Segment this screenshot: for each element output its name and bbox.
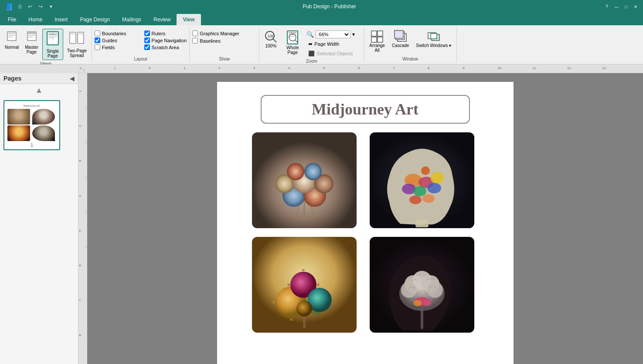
boundaries-checkbox-label[interactable]: Boundaries [95,30,137,36]
art-3-svg [252,237,357,333]
tab-page-design[interactable]: Page Design [74,14,116,25]
app-icon: 📘 [4,3,13,11]
images-grid [252,132,479,333]
page-width-button[interactable]: ⬌ Page Width [306,40,355,48]
zoom-select[interactable]: 66% 100% 75% 50% [316,30,350,38]
redo-btn[interactable]: ↪ [37,3,44,10]
fields-checkbox[interactable] [95,44,100,50]
art-2-svg [370,132,474,228]
cascade-icon [394,30,407,43]
art-image-2 [370,132,474,228]
guides-checkbox-label[interactable]: Guides [95,37,137,43]
window-group-label: Window [367,55,454,62]
single-page-icon [45,30,61,48]
normal-view-button[interactable]: Normal [3,29,21,51]
undo-btn[interactable]: ↩ [26,3,34,10]
baselines-checkbox[interactable] [192,38,198,44]
svg-text:2: 2 [78,125,82,127]
restore-button[interactable]: □ [623,3,629,10]
window-buttons: Arrange All Cascade Switch Windows ▾ [367,27,454,55]
whole-page-button[interactable]: Whole Page [283,29,302,56]
tab-view[interactable]: View [177,14,201,25]
graphics-manager-checkbox[interactable] [192,30,198,36]
page-navigation-checkbox-label[interactable]: Page Navigation [144,37,187,43]
svg-rect-5 [27,32,36,34]
whole-page-label: Whole Page [286,45,299,55]
tab-mailings[interactable]: Mailings [116,14,147,25]
thumb-title-text: Midjourney Art [7,104,56,107]
svg-rect-16 [78,34,83,34]
rulers-checkbox[interactable] [144,30,150,36]
two-page-button[interactable]: Two-Page Spread [65,29,89,59]
page-number: 1 [31,143,33,148]
normal-view-icon [6,30,18,44]
qa-dropdown[interactable]: ▾ [47,3,55,10]
save-btn[interactable]: ⎙ [16,3,24,10]
page-width-icon: ⬌ [308,41,313,47]
zoom-dropdown-arrow[interactable]: ▾ [352,31,355,37]
pages-panel-header: Pages ◀ [0,73,78,84]
svg-point-115 [401,282,417,298]
help-button[interactable]: ? [604,3,610,10]
pages-panel-collapse-button[interactable]: ◀ [70,75,75,82]
v-ruler-svg: 1 2 3 4 5 6 7 8 [78,73,87,364]
ribbon-tabs: File Home Insert Page Design Mailings Re… [0,13,643,25]
single-page-button[interactable]: Single Page [42,29,63,60]
svg-point-86 [431,172,444,184]
page-1-thumbnail[interactable]: Midjourney Art 1 [3,100,60,150]
zoom-100-label: 100% [265,44,277,48]
svg-text:2: 2 [218,66,221,70]
cascade-label: Cascade [392,43,409,48]
page-navigation-checkbox[interactable] [144,37,150,43]
scratch-area-checkbox-label[interactable]: Scratch Area [144,44,187,50]
svg-rect-35 [431,34,437,39]
window-group: Arrange All Cascade Switch Windows ▾ W [364,27,457,62]
tab-file[interactable]: File [2,14,22,25]
fields-checkbox-label[interactable]: Fields [95,44,137,50]
baselines-checkbox-label[interactable]: Baselines [192,38,239,44]
window-title: Pub Design - Publisher [55,3,604,10]
svg-text:5: 5 [323,66,325,70]
master-page-icon [26,30,38,44]
svg-text:1: 1 [184,66,186,70]
cascade-button[interactable]: Cascade [389,29,412,49]
close-button[interactable]: ✕ [633,3,639,10]
svg-rect-6 [28,35,35,36]
svg-text:5: 5 [78,229,82,232]
svg-text:6: 6 [358,66,360,70]
minimize-button[interactable]: — [613,3,619,10]
boundaries-checkbox[interactable] [95,30,100,36]
svg-text:7: 7 [78,299,82,301]
arrange-all-button[interactable]: Arrange All [367,29,388,54]
quick-access-toolbar: ⎙ ↩ ↪ ▾ [16,3,55,10]
scratch-area-checkbox[interactable] [144,44,150,50]
zoom-100-icon: 100 [264,30,278,44]
zoom-right: 🔍 66% 100% 75% 50% ▾ ⬌ Page Width ⬛ Sele… [304,29,355,57]
tab-insert[interactable]: Insert [48,14,74,25]
master-page-button[interactable]: Master Page [23,29,41,56]
pages-panel-expand-arrow[interactable]: ▲ [0,84,78,97]
zoom-100-button[interactable]: 100 100% [262,29,279,49]
art-image-1 [252,132,357,228]
show-checkboxes: Graphics Manager Baselines [192,27,256,55]
svg-rect-11 [48,37,54,38]
svg-point-90 [409,195,422,204]
canvas-area[interactable]: Midjourney Art [87,73,643,364]
tab-home[interactable]: Home [22,14,48,25]
selected-objects-label: Selected Objects [316,51,353,56]
switch-windows-button[interactable]: Switch Windows ▾ [413,29,454,49]
pages-panel: Pages ◀ ▲ Midjourney Art 1 [0,73,78,364]
guides-checkbox[interactable] [95,37,100,43]
svg-text:100: 100 [268,34,274,38]
graphics-manager-checkbox-label[interactable]: Graphics Manager [192,30,239,36]
svg-rect-1 [8,33,15,34]
svg-point-75 [287,163,304,180]
views-group: Normal Master Page Single Page Two-Page … [0,27,92,62]
tab-review[interactable]: Review [147,14,177,25]
svg-text:0: 0 [149,66,151,70]
thumb-image-3 [7,125,30,141]
svg-line-18 [273,39,276,42]
svg-rect-82 [415,219,429,227]
rulers-checkbox-label[interactable]: Rulers [144,30,187,36]
vertical-ruler: 1 2 3 4 5 6 7 8 [78,73,87,364]
